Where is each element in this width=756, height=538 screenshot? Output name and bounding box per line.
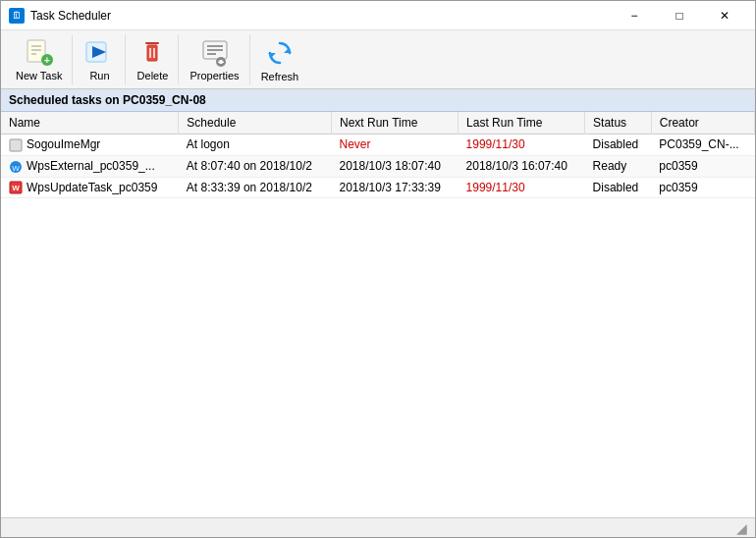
col-schedule[interactable]: Schedule [179, 112, 332, 134]
window-controls: − □ ✕ [612, 1, 747, 30]
table-row[interactable]: WWpsExternal_pc0359_...At 8:07:40 on 201… [1, 155, 755, 177]
main-window: 🗓 Task Scheduler − □ ✕ + New Task [0, 0, 756, 538]
properties-icon [199, 38, 231, 68]
task-next-run: 2018/10/3 17:33:39 [332, 177, 459, 198]
task-table-container[interactable]: Name Schedule Next Run Time Last Run Tim… [1, 112, 755, 517]
task-last-run: 2018/10/3 16:07:40 [459, 155, 585, 177]
run-button[interactable]: Run [73, 34, 126, 85]
status-bar: ◢ [1, 517, 755, 537]
task-name-cell: SogouImeMgr [1, 134, 179, 156]
col-creator[interactable]: Creator [651, 112, 754, 134]
refresh-label: Refresh [261, 71, 299, 82]
col-status[interactable]: Status [585, 112, 652, 134]
task-name: WpsUpdateTask_pc0359 [27, 181, 157, 194]
task-next-run: Never [332, 134, 459, 156]
close-button[interactable]: ✕ [702, 1, 747, 30]
task-schedule: At logon [179, 134, 332, 156]
task-last-run: 1999/11/30 [459, 134, 585, 156]
window-title: Task Scheduler [30, 9, 612, 23]
table-header-row: Name Schedule Next Run Time Last Run Tim… [1, 112, 755, 134]
svg-text:W: W [12, 184, 20, 192]
new-task-button[interactable]: + New Task [5, 34, 73, 85]
run-label: Run [89, 70, 109, 81]
table-row[interactable]: WWpsUpdateTask_pc0359At 8:33:39 on 2018/… [1, 177, 755, 198]
task-status: Ready [585, 155, 652, 177]
task-last-run: 1999/11/30 [459, 177, 585, 198]
refresh-button[interactable]: Refresh [250, 34, 309, 85]
app-icon: 🗓 [9, 8, 25, 24]
task-creator: PC0359_CN-... [651, 134, 754, 156]
task-creator: pc0359 [651, 177, 754, 198]
task-schedule: At 8:07:40 on 2018/10/2 [179, 155, 332, 177]
new-task-label: New Task [16, 70, 62, 81]
svg-rect-18 [218, 61, 224, 63]
refresh-icon [264, 37, 296, 69]
properties-button[interactable]: Properties [179, 34, 249, 85]
task-name-cell: WWpsExternal_pc0359_... [1, 155, 179, 177]
svg-rect-21 [10, 139, 22, 151]
task-table: Name Schedule Next Run Time Last Run Tim… [1, 112, 755, 198]
new-task-icon: + [24, 38, 55, 68]
minimize-button[interactable]: − [612, 1, 657, 30]
svg-text:+: + [44, 55, 50, 66]
svg-rect-8 [145, 42, 159, 44]
task-status: Disabled [585, 134, 652, 156]
col-name[interactable]: Name [1, 112, 179, 134]
task-name: WpsExternal_pc0359_... [27, 159, 155, 173]
task-name-cell: WWpsUpdateTask_pc0359 [1, 177, 179, 198]
title-bar: 🗓 Task Scheduler − □ ✕ [1, 1, 755, 30]
col-next-run[interactable]: Next Run Time [332, 112, 459, 134]
task-status: Disabled [585, 177, 652, 198]
task-rows: SogouImeMgrAt logonNever1999/11/30Disabl… [1, 134, 755, 198]
delete-button[interactable]: Delete [126, 34, 179, 85]
col-last-run[interactable]: Last Run Time [459, 112, 585, 134]
subtitle-text: Scheduled tasks on PC0359_CN-08 [9, 93, 206, 107]
delete-icon [136, 38, 168, 68]
task-schedule: At 8:33:39 on 2018/10/2 [179, 177, 332, 198]
task-next-run: 2018/10/3 18:07:40 [332, 155, 459, 177]
resize-grip-icon: ◢ [736, 520, 747, 536]
table-row[interactable]: SogouImeMgrAt logonNever1999/11/30Disabl… [1, 134, 755, 156]
properties-label: Properties [189, 70, 239, 81]
subtitle-bar: Scheduled tasks on PC0359_CN-08 [1, 89, 755, 112]
svg-rect-9 [147, 45, 157, 61]
maximize-button[interactable]: □ [657, 1, 702, 30]
run-icon [83, 38, 115, 68]
task-name: SogouImeMgr [27, 137, 100, 151]
svg-text:W: W [12, 164, 20, 173]
task-creator: pc0359 [651, 155, 754, 177]
delete-label: Delete [137, 70, 169, 81]
toolbar: + New Task Run [1, 30, 755, 89]
